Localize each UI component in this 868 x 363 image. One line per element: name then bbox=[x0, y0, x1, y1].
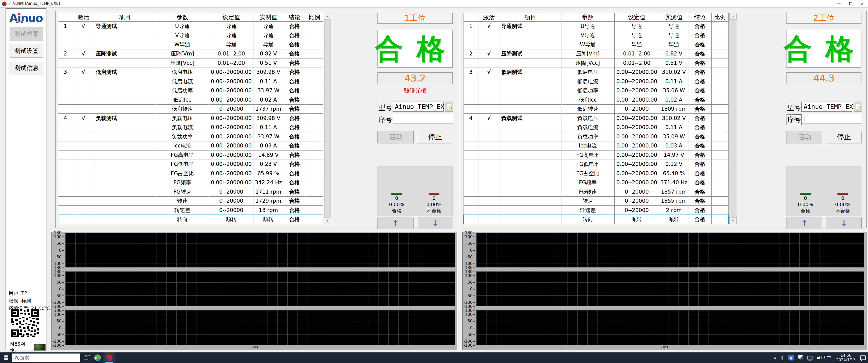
table-row[interactable]: 转速差 0--20000 18 rpm 合格 bbox=[58, 206, 323, 215]
cell-rownum bbox=[58, 40, 73, 50]
table-row[interactable]: 转速差 0--20000 2 rpm 合格 bbox=[464, 206, 728, 215]
table-row[interactable]: FG低电平 0.00--20000.00 0.12 V 合格 bbox=[464, 160, 728, 169]
table-row[interactable]: 低启电流 0.00--20000.00 0.11 A 合格 bbox=[58, 77, 323, 86]
cell-measured: 0.11 A bbox=[659, 123, 689, 132]
cell-measured: 65.40 % bbox=[659, 169, 689, 178]
table-row[interactable]: Icc电流 0.00--20000.00 0.03 A 合格 bbox=[58, 141, 323, 151]
cell-param: W导通 bbox=[156, 40, 209, 50]
table-scrollbar[interactable]: ▲ ▼ bbox=[729, 13, 737, 224]
table-row[interactable]: 2 √ 压降测试 压降[Vm] 0.01--2.00 0.82 V 合格 bbox=[464, 49, 728, 59]
scroll-down-button[interactable]: ↓ bbox=[417, 218, 453, 229]
table-row[interactable]: 压降[Vcc] 0.01--2.00 0.51 V 合格 bbox=[464, 59, 728, 68]
table-row[interactable]: 转速 0--20000 1729 rpm 合格 bbox=[58, 196, 323, 206]
scrollbar-down-icon[interactable]: ▼ bbox=[324, 217, 331, 224]
model-search-button[interactable] bbox=[445, 102, 453, 112]
table-row[interactable]: 1 √ 导通测试 U导通 导通 导通 合格 bbox=[464, 22, 728, 31]
table-row[interactable]: 转向 顺转 顺转 合格 bbox=[464, 215, 728, 224]
cell-result: 合格 bbox=[283, 95, 306, 105]
table-row[interactable]: 低启功率 0.00--20000.00 35.06 W 合格 bbox=[464, 86, 728, 95]
table-row[interactable]: 压降[Vcc] 0.01--2.00 0.51 V 合格 bbox=[58, 59, 323, 68]
table-row[interactable]: FG频率 0.00--20000.00 371.40 Hz 合格 bbox=[464, 178, 728, 187]
maximize-button[interactable] bbox=[845, 0, 857, 7]
cell-rownum bbox=[464, 31, 478, 40]
cell-result: 合格 bbox=[283, 114, 306, 123]
table-row[interactable]: FG占空比 0.00--20000.00 65.40 % 合格 bbox=[464, 169, 728, 178]
scroll-up-button[interactable]: ↑ bbox=[377, 218, 413, 229]
scrollbar-down-icon[interactable]: ▼ bbox=[730, 217, 737, 224]
cell-rownum bbox=[58, 95, 73, 105]
close-button[interactable]: × bbox=[857, 0, 868, 7]
start-button[interactable]: 启动 bbox=[377, 131, 413, 143]
table-row[interactable]: FG高电平 0.00--20000.00 14.97 V 合格 bbox=[464, 151, 728, 160]
table-row[interactable]: 转向 顺转 顺转 合格 bbox=[58, 215, 323, 224]
table-row[interactable]: 负载电流 0.00--20000.00 0.11 A 合格 bbox=[464, 123, 728, 132]
table-scrollbar[interactable]: ▲ ▼ bbox=[324, 13, 331, 224]
table-row[interactable]: 负载功率 0.00--20000.00 33.97 W 合格 bbox=[58, 132, 323, 141]
tray-app-button[interactable]: ▣ bbox=[788, 355, 794, 361]
table-row[interactable]: 4 √ 负载测试 负载电压 0.00--20000.00 309.98 V 合格 bbox=[58, 114, 323, 123]
bluetooth-icon[interactable]: ᛒ bbox=[781, 355, 784, 361]
model-search-button[interactable] bbox=[854, 102, 862, 112]
serial-input[interactable] bbox=[393, 114, 453, 124]
table-row[interactable]: 3 √ 低启测试 低启电压 0.00--20000.00 309.98 V 合格 bbox=[58, 68, 323, 77]
table-row[interactable]: 低启转速 0--20000 1737 rpm 合格 bbox=[58, 104, 323, 114]
scrollbar-thumb[interactable] bbox=[730, 20, 736, 217]
table-row[interactable]: 低启电流 0.00--20000.00 0.11 A 合格 bbox=[464, 77, 728, 86]
network-button[interactable] bbox=[807, 356, 812, 360]
cell-active-check: √ bbox=[73, 68, 94, 77]
scroll-down-button[interactable]: ↓ bbox=[826, 218, 862, 229]
cell-item bbox=[500, 169, 561, 178]
taskbar-clock[interactable]: 14:56 2024/1/15 bbox=[836, 353, 856, 362]
task-view-button[interactable] bbox=[80, 353, 92, 363]
table-row[interactable]: 低启转速 0--20000 1809 rpm 合格 bbox=[464, 104, 728, 114]
security-button[interactable] bbox=[798, 355, 803, 360]
action-center-button[interactable] bbox=[860, 356, 866, 360]
volume-button[interactable]: ))) bbox=[817, 356, 822, 360]
pinned-app-button[interactable] bbox=[92, 353, 103, 363]
start-button-taskbar[interactable] bbox=[0, 353, 12, 363]
table-row[interactable]: 低启Icc 0.00--20000.00 0.02 A 合格 bbox=[464, 95, 728, 105]
table-row[interactable]: V导通 导通 导通 合格 bbox=[58, 31, 323, 40]
table-row[interactable]: 负载功率 0.00--20000.00 35.09 W 合格 bbox=[464, 132, 728, 141]
table-row[interactable]: 2 √ 压降测试 压降[Vm] 0.01--2.00 0.82 V 合格 bbox=[58, 49, 323, 59]
table-row[interactable]: 3 √ 低启测试 低启电压 0.00--20000.00 310.02 V 合格 bbox=[464, 68, 728, 77]
table-row[interactable]: 低启功率 0.00--20000.00 33.97 W 合格 bbox=[58, 86, 323, 95]
table-row[interactable]: 1 √ 导通测试 U导通 导通 导通 合格 bbox=[58, 22, 323, 31]
cell-setvalue: 0.00--20000.00 bbox=[614, 114, 659, 123]
scroll-up-button[interactable]: ↑ bbox=[786, 218, 822, 229]
hidden-icons-chevron-icon[interactable]: ∧ bbox=[774, 356, 776, 360]
table-row[interactable]: Icc电流 0.00--20000.00 0.03 A 合格 bbox=[464, 141, 728, 151]
table-row[interactable]: 负载电流 0.00--20000.00 0.11 A 合格 bbox=[58, 123, 323, 132]
model-input[interactable]: Ainuo_TEMP_EXE bbox=[801, 102, 852, 112]
model-input[interactable]: Ainuo_TEMP_EXE bbox=[393, 102, 443, 112]
table-row[interactable]: FG高电平 0.00--20000.00 14.89 V 合格 bbox=[58, 151, 323, 160]
cell-ratio bbox=[306, 178, 323, 187]
table-row[interactable]: 低启Icc 0.00--20000.00 0.02 A 合格 bbox=[58, 95, 323, 105]
taskbar-search-box[interactable]: 搜索 bbox=[12, 354, 80, 362]
serial-input[interactable] bbox=[801, 114, 862, 124]
table-row[interactable]: FG占空比 0.00--20000.00 65.99 % 合格 bbox=[58, 169, 323, 178]
stop-button[interactable]: 停止 bbox=[826, 131, 862, 143]
table-row[interactable]: 4 √ 负载测试 负载电压 0.00--20000.00 310.02 V 合格 bbox=[464, 114, 728, 123]
sidebar-button-test-archive[interactable]: 测试档案 bbox=[9, 27, 43, 41]
table-row[interactable]: FG低电平 0.00--20000.00 0.23 V 合格 bbox=[58, 160, 323, 169]
ime-indicator[interactable]: 中 bbox=[827, 355, 832, 361]
sidebar-button-test-settings[interactable]: 测试设置 bbox=[9, 44, 43, 58]
start-button[interactable]: 启动 bbox=[786, 131, 822, 143]
stop-button[interactable]: 停止 bbox=[417, 131, 453, 143]
minimize-button[interactable] bbox=[833, 0, 845, 7]
cell-result: 合格 bbox=[689, 49, 711, 59]
scrollbar-up-icon[interactable]: ▲ bbox=[324, 13, 331, 20]
table-row[interactable]: W导通 导通 导通 合格 bbox=[58, 40, 323, 50]
scrollbar-up-icon[interactable]: ▲ bbox=[730, 13, 737, 20]
scrollbar-thumb[interactable] bbox=[324, 20, 331, 217]
table-row[interactable]: FG转速 0--20000 1857 rpm 合格 bbox=[464, 187, 728, 197]
table-row[interactable]: W导通 导通 导通 合格 bbox=[464, 40, 728, 50]
table-row[interactable]: 转速 0--20000 1855 rpm 合格 bbox=[464, 196, 728, 206]
cell-result: 合格 bbox=[689, 151, 711, 160]
table-row[interactable]: FG频率 0.00--20000.00 342.24 Hz 合格 bbox=[58, 178, 323, 187]
table-row[interactable]: V导通 导通 导通 合格 bbox=[464, 31, 728, 40]
ainuo-app-button[interactable] bbox=[103, 353, 115, 363]
table-row[interactable]: FG转速 0--20000 1711 rpm 合格 bbox=[58, 187, 323, 197]
sidebar-button-test-info[interactable]: 测试信息 bbox=[9, 61, 43, 75]
